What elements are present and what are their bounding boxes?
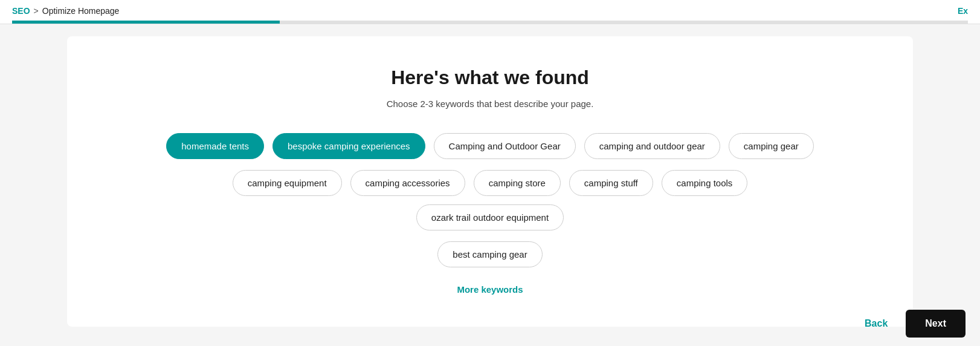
- main-content: Here's what we found Choose 2-3 keywords…: [67, 36, 913, 327]
- keywords-container: homemade tents bespoke camping experienc…: [158, 133, 822, 295]
- keywords-row-3: best camping gear: [437, 241, 542, 267]
- footer: Back Next: [0, 301, 980, 346]
- keyword-chip-camping-store[interactable]: camping store: [474, 170, 561, 196]
- keyword-chip-camping-and-outdoor-gear-2[interactable]: camping and outdoor gear: [584, 133, 720, 159]
- breadcrumb: SEO > Optimize Homepage: [12, 6, 968, 21]
- keyword-chip-camping-accessories[interactable]: camping accessories: [350, 170, 465, 196]
- page-subtitle: Choose 2-3 keywords that best describe y…: [387, 99, 594, 109]
- keyword-chip-best-camping-gear[interactable]: best camping gear: [437, 241, 542, 267]
- next-button[interactable]: Next: [906, 310, 965, 338]
- keywords-row-2: camping equipment camping accessories ca…: [158, 170, 822, 230]
- keyword-chip-camping-tools[interactable]: camping tools: [662, 170, 748, 196]
- keywords-row-1: homemade tents bespoke camping experienc…: [166, 133, 813, 159]
- progress-bar-container: [12, 21, 968, 24]
- exit-link[interactable]: Ex: [958, 6, 968, 16]
- header: SEO > Optimize Homepage Ex: [0, 0, 980, 24]
- progress-bar-fill: [12, 21, 280, 24]
- keyword-chip-ozark-trail[interactable]: ozark trail outdoor equipment: [416, 204, 564, 230]
- breadcrumb-current: Optimize Homepage: [42, 6, 120, 16]
- breadcrumb-separator: >: [34, 6, 39, 16]
- keyword-chip-camping-equipment[interactable]: camping equipment: [233, 170, 342, 196]
- more-keywords-button[interactable]: More keywords: [457, 284, 523, 295]
- keyword-chip-camping-stuff[interactable]: camping stuff: [569, 170, 653, 196]
- page-title: Here's what we found: [391, 67, 589, 89]
- keyword-chip-bespoke-camping-experiences[interactable]: bespoke camping experiences: [272, 133, 425, 159]
- keyword-chip-homemade-tents[interactable]: homemade tents: [166, 133, 264, 159]
- keyword-chip-camping-and-outdoor-gear-1[interactable]: Camping and Outdoor Gear: [434, 133, 576, 159]
- back-button[interactable]: Back: [853, 311, 900, 336]
- keyword-chip-camping-gear[interactable]: camping gear: [729, 133, 814, 159]
- breadcrumb-seo[interactable]: SEO: [12, 6, 30, 16]
